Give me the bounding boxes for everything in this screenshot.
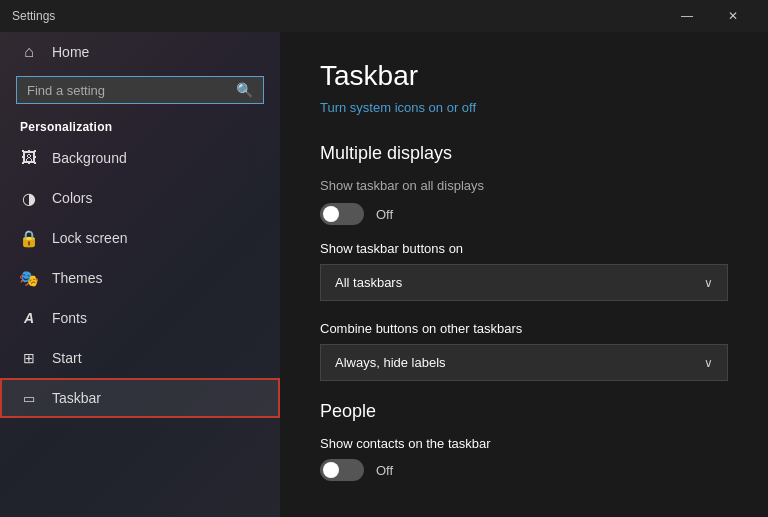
toggle-knob-2 [323, 462, 339, 478]
personalization-label: Personalization [0, 114, 280, 138]
main-layout: ⌂ Home 🔍 Personalization 🖼 Background ◑ … [0, 32, 768, 517]
sidebar-item-background-label: Background [52, 150, 127, 166]
show-contacts-label: Show contacts on the taskbar [320, 436, 728, 451]
sidebar-item-fonts-label: Fonts [52, 310, 87, 326]
sidebar-item-themes[interactable]: 🎭 Themes [0, 258, 280, 298]
minimize-button[interactable]: — [664, 0, 710, 32]
show-taskbar-toggle-row: Off [320, 203, 728, 225]
show-taskbar-status: Off [376, 207, 393, 222]
home-icon: ⌂ [20, 43, 38, 61]
content-area: Taskbar Turn system icons on or off Mult… [280, 32, 768, 517]
sidebar-content: ⌂ Home 🔍 Personalization 🖼 Background ◑ … [0, 32, 280, 517]
show-contacts-toggle[interactable] [320, 459, 364, 481]
show-taskbar-toggle[interactable] [320, 203, 364, 225]
sidebar-item-taskbar-label: Taskbar [52, 390, 101, 406]
title-bar: Settings — ✕ [0, 0, 768, 32]
sidebar-item-start[interactable]: ⊞ Start [0, 338, 280, 378]
show-taskbar-buttons-label: Show taskbar buttons on [320, 241, 728, 256]
sidebar-item-themes-label: Themes [52, 270, 103, 286]
show-contacts-toggle-row: Off [320, 459, 728, 481]
people-section: People Show contacts on the taskbar Off [320, 401, 728, 481]
sidebar-item-colors-label: Colors [52, 190, 92, 206]
combine-buttons-value: Always, hide labels [335, 355, 446, 370]
page-title: Taskbar [320, 60, 728, 92]
sidebar-item-colors[interactable]: ◑ Colors [0, 178, 280, 218]
window-controls: — ✕ [664, 0, 756, 32]
sidebar: ⌂ Home 🔍 Personalization 🖼 Background ◑ … [0, 32, 280, 517]
close-button[interactable]: ✕ [710, 0, 756, 32]
sidebar-item-background[interactable]: 🖼 Background [0, 138, 280, 178]
sidebar-item-start-label: Start [52, 350, 82, 366]
colors-icon: ◑ [20, 189, 38, 207]
chevron-down-icon-2: ∨ [704, 356, 713, 370]
themes-icon: 🎭 [20, 269, 38, 287]
multiple-displays-title: Multiple displays [320, 143, 728, 164]
lock-icon: 🔒 [20, 229, 38, 247]
combine-buttons-dropdown[interactable]: Always, hide labels ∨ [320, 344, 728, 381]
search-icon: 🔍 [236, 82, 253, 98]
taskbar-buttons-value: All taskbars [335, 275, 402, 290]
multiple-displays-section: Multiple displays Show taskbar on all di… [320, 143, 728, 381]
sidebar-home-label: Home [52, 44, 89, 60]
start-icon: ⊞ [20, 349, 38, 367]
show-taskbar-label: Show taskbar on all displays [320, 178, 728, 193]
sidebar-item-lock-screen[interactable]: 🔒 Lock screen [0, 218, 280, 258]
background-icon: 🖼 [20, 149, 38, 167]
taskbar-buttons-dropdown[interactable]: All taskbars ∨ [320, 264, 728, 301]
toggle-knob [323, 206, 339, 222]
sidebar-item-lock-screen-label: Lock screen [52, 230, 127, 246]
app-title: Settings [12, 9, 55, 23]
sidebar-item-fonts[interactable]: A Fonts [0, 298, 280, 338]
sidebar-item-taskbar[interactable]: ▭ Taskbar [0, 378, 280, 418]
search-box[interactable]: 🔍 [16, 76, 264, 104]
fonts-icon: A [20, 309, 38, 327]
search-input[interactable] [27, 83, 228, 98]
taskbar-icon: ▭ [20, 389, 38, 407]
sidebar-item-home[interactable]: ⌂ Home [0, 32, 280, 72]
chevron-down-icon: ∨ [704, 276, 713, 290]
show-contacts-status: Off [376, 463, 393, 478]
people-title: People [320, 401, 728, 422]
system-icons-link[interactable]: Turn system icons on or off [320, 100, 476, 115]
combine-buttons-label: Combine buttons on other taskbars [320, 321, 728, 336]
